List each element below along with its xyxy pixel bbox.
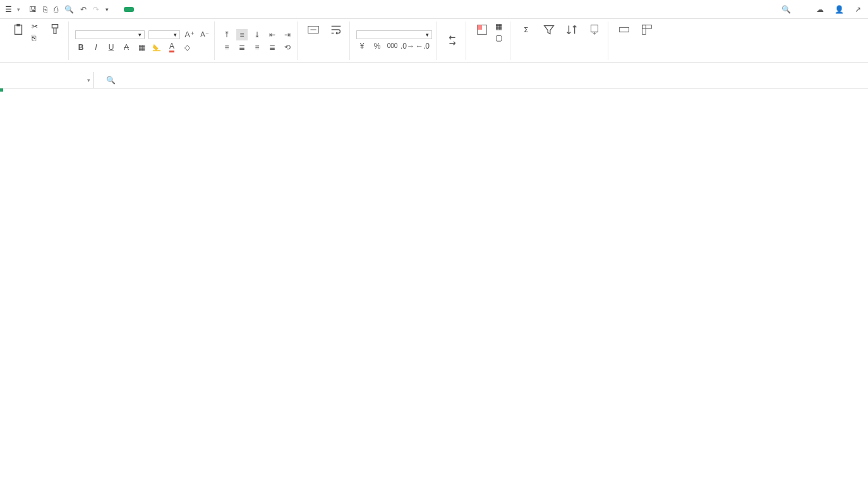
underline-button[interactable]: U	[105, 42, 117, 53]
border-button[interactable]: ▦	[136, 42, 147, 53]
svg-rect-7	[620, 27, 629, 32]
name-box[interactable]: ▾	[0, 72, 93, 88]
tab-docer[interactable]	[329, 7, 339, 12]
scissors-icon: ✂	[32, 22, 38, 31]
decrease-decimal-button[interactable]: ←.0	[417, 40, 428, 52]
filter-button[interactable]	[539, 21, 558, 60]
tab-data[interactable]	[215, 7, 225, 12]
fill-down-icon	[588, 23, 601, 37]
unsaved-indicator[interactable]: ☁	[816, 5, 826, 14]
fill-handle[interactable]	[0, 88, 3, 92]
ribbon-group-number: ▾ ¥ % 000 .0→ ←.0	[353, 21, 437, 60]
ribbon-group-editing: Σ	[513, 21, 608, 60]
fill-button[interactable]	[585, 21, 604, 60]
merge-icon	[306, 23, 320, 37]
decrease-indent-button[interactable]: ⇤	[267, 29, 278, 40]
increase-indent-button[interactable]: ⇥	[282, 29, 293, 40]
tab-review[interactable]	[238, 7, 248, 12]
print-icon[interactable]: ⎙	[54, 5, 58, 14]
font-size-select[interactable]: ▾	[148, 30, 180, 39]
currency-button[interactable]: ¥	[356, 40, 368, 52]
svg-rect-6	[591, 25, 598, 32]
save-icon[interactable]: 🖫	[29, 5, 37, 14]
zoom-icon[interactable]: 🔍	[106, 76, 116, 85]
clear-format-button[interactable]: ◇	[181, 42, 193, 53]
bold-button[interactable]: B	[75, 42, 87, 53]
format-painter-button[interactable]	[45, 21, 64, 60]
merge-center-button[interactable]	[304, 21, 323, 60]
orientation-button[interactable]: ⟲	[282, 42, 293, 53]
name-box-input[interactable]	[18, 76, 75, 85]
sort-button[interactable]	[562, 21, 581, 60]
collab-button[interactable]: 👤	[835, 5, 846, 14]
tab-page-layout[interactable]	[169, 7, 179, 12]
command-search[interactable]: 🔍	[781, 5, 795, 14]
ribbon-group-font: ▾ ▾ A⁺ A⁻ B I U A ▦ A ◇	[71, 21, 215, 60]
cell-style-button[interactable]: ▢	[495, 33, 506, 42]
share-icon: ↗	[855, 5, 861, 14]
brush-icon	[48, 23, 62, 37]
qat-more-icon[interactable]: ▾	[105, 6, 109, 13]
tab-view[interactable]	[260, 7, 270, 12]
font-color-button[interactable]: A	[166, 42, 178, 53]
tab-dev-tools[interactable]	[283, 7, 293, 12]
undo-icon[interactable]: ↶	[80, 5, 87, 14]
align-middle-button[interactable]: ≡	[236, 29, 248, 40]
formula-bar-row: ▾ 🔍	[0, 72, 868, 88]
wrap-icon	[329, 23, 343, 37]
convert-icon	[445, 33, 459, 47]
increase-decimal-button[interactable]: .0→	[402, 40, 413, 52]
table-style-button[interactable]: ▦	[495, 22, 506, 31]
strikethrough-button[interactable]: A	[121, 42, 132, 53]
share-button[interactable]: ↗	[855, 5, 863, 14]
rowcol-button[interactable]	[637, 21, 656, 60]
increase-font-button[interactable]: A⁺	[184, 29, 195, 40]
tab-insert[interactable]	[147, 7, 157, 12]
titlebar-actions: ☁ 👤 ↗	[816, 5, 863, 14]
percent-button[interactable]: %	[371, 40, 383, 52]
formula-bar: 🔍	[93, 76, 394, 85]
align-left-button[interactable]: ≡	[221, 42, 232, 53]
copy-icon: ⎘	[32, 33, 36, 42]
tab-start[interactable]	[124, 7, 134, 12]
cells-icon	[617, 23, 631, 37]
justify-button[interactable]: ≣	[267, 42, 278, 53]
cut-button[interactable]: ✂	[32, 22, 42, 31]
cond-format-button[interactable]	[473, 21, 491, 60]
tab-formulas[interactable]	[192, 7, 202, 12]
menubar: ☰ ▾ 🖫 ⎘ ⎙ 🔍 ↶ ↷ ▾ 🔍 ☁ 👤 ↗	[0, 0, 868, 19]
italic-button[interactable]: I	[90, 42, 102, 53]
redo-icon[interactable]: ↷	[93, 5, 99, 14]
print-preview-icon[interactable]: 🔍	[64, 5, 74, 14]
cond-format-icon	[475, 23, 489, 37]
ribbon-tabs	[124, 7, 339, 12]
align-center-button[interactable]: ≣	[236, 42, 248, 53]
svg-rect-9	[642, 25, 652, 29]
copy-button[interactable]: ⎘	[32, 33, 42, 42]
ribbon-group-merge	[300, 21, 350, 60]
fill-color-button[interactable]	[151, 42, 162, 53]
font-name-select[interactable]: ▾	[75, 30, 145, 39]
align-top-button[interactable]: ⤒	[221, 29, 232, 40]
align-bottom-button[interactable]: ⤓	[251, 29, 263, 40]
comma-button[interactable]: 000	[387, 40, 398, 52]
chevron-down-icon[interactable]: ▾	[87, 77, 90, 83]
decrease-font-button[interactable]: A⁻	[199, 29, 210, 40]
sum-button[interactable]: Σ	[517, 21, 536, 60]
ribbon-group-align: ⤒ ≡ ⤓ ⇤ ⇥ ≡ ≣ ≡ ≣ ⟲	[217, 21, 298, 60]
align-right-button[interactable]: ≡	[251, 42, 263, 53]
file-menu[interactable]: ☰ ▾	[5, 5, 20, 14]
ribbon-group-clipboard: ✂ ⎘	[5, 21, 69, 60]
save-as-icon[interactable]: ⎘	[43, 5, 47, 14]
search-icon: 🔍	[781, 5, 791, 14]
tab-member[interactable]	[306, 7, 316, 12]
wrap-text-button[interactable]	[327, 21, 346, 60]
number-format-select[interactable]: ▾	[356, 30, 432, 39]
paste-button[interactable]	[9, 21, 28, 60]
type-convert-button[interactable]	[443, 32, 462, 50]
ribbon-group-cells	[611, 21, 660, 60]
rowcol-icon	[640, 23, 654, 37]
spreadsheet-grid[interactable]	[0, 88, 868, 482]
cells-button[interactable]	[615, 21, 634, 60]
sort-icon	[565, 23, 579, 37]
